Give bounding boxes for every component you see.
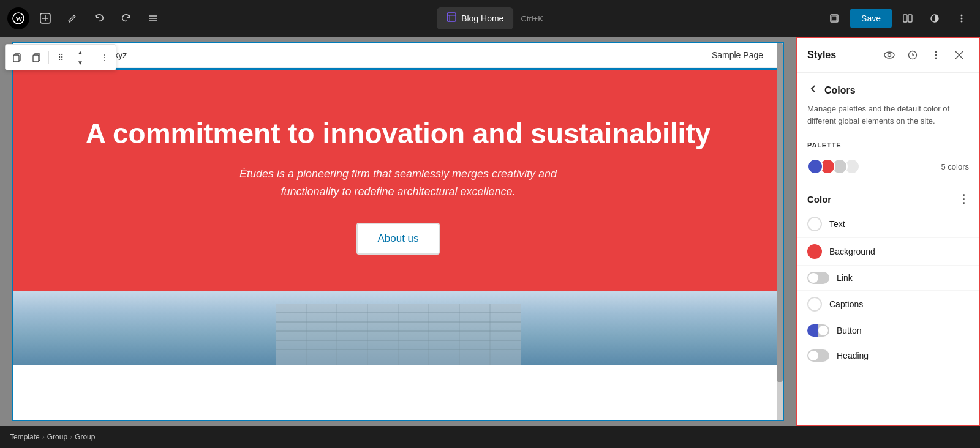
- block-toolbar: ⠿ ▲ ▼ ⋮: [5, 44, 116, 70]
- block-more-button[interactable]: ⋮: [95, 48, 113, 67]
- heading-toggle-indicator: [807, 349, 829, 362]
- captions-color-indicator: [807, 297, 822, 312]
- page-link[interactable]: Sample Page: [712, 50, 763, 60]
- link-toggle-indicator: [807, 272, 829, 284]
- hero-subtitle: Études is a pioneering firm that seamles…: [214, 165, 582, 201]
- color-section-more-button[interactable]: ⋮: [958, 192, 969, 206]
- scrollbar[interactable]: [777, 43, 783, 420]
- link-color-label: Link: [837, 273, 853, 283]
- history-icon-button[interactable]: [903, 45, 922, 65]
- svg-rect-23: [33, 55, 39, 62]
- palette-label: PALETTE: [797, 136, 979, 151]
- dark-mode-button[interactable]: [924, 7, 946, 29]
- toolbar-divider-2: [92, 51, 92, 64]
- editor-area: ⠿ ▲ ▼ ⋮ ning-bb7c24.instawp.xyz Sample P…: [0, 37, 796, 426]
- main-area: ⠿ ▲ ▼ ⋮ ning-bb7c24.instawp.xyz Sample P…: [0, 37, 980, 426]
- back-button[interactable]: [807, 83, 820, 98]
- redo-button[interactable]: [115, 7, 137, 29]
- text-color-label: Text: [829, 219, 845, 229]
- breadcrumb-sep-2: ›: [70, 433, 72, 441]
- template-icon: [447, 12, 456, 24]
- split-view-button[interactable]: [897, 7, 919, 29]
- color-item-text[interactable]: Text: [797, 211, 979, 238]
- breadcrumb: Template › Group › Group: [0, 426, 980, 448]
- top-toolbar: W: [0, 0, 980, 37]
- svg-rect-21: [13, 55, 19, 62]
- add-block-button[interactable]: [34, 7, 56, 29]
- svg-point-41: [935, 54, 937, 56]
- color-item-background[interactable]: Background: [797, 238, 979, 266]
- breadcrumb-item-template[interactable]: Template: [10, 433, 40, 441]
- swatch-blue: [807, 159, 823, 174]
- svg-point-42: [935, 58, 937, 59]
- view-button[interactable]: [823, 7, 845, 29]
- svg-rect-9: [447, 13, 456, 21]
- panel-header: Styles: [797, 38, 979, 73]
- svg-point-40: [935, 51, 937, 53]
- heading-color-label: Heading: [837, 351, 869, 360]
- color-item-link[interactable]: Link: [797, 266, 979, 291]
- color-item-heading[interactable]: Heading: [797, 343, 979, 368]
- svg-point-38: [888, 54, 891, 57]
- color-item-captions[interactable]: Captions: [797, 291, 979, 318]
- breadcrumb-sep-1: ›: [42, 433, 45, 441]
- svg-rect-15: [908, 15, 912, 22]
- color-item-button[interactable]: Button: [797, 318, 979, 343]
- toolbar-center: Blog Home Ctrl+K: [437, 7, 543, 29]
- blog-home-button[interactable]: Blog Home: [437, 7, 513, 29]
- palette-row[interactable]: 5 colors: [797, 151, 979, 182]
- move-down-button[interactable]: ▼: [71, 58, 89, 67]
- panel-more-button[interactable]: [926, 45, 946, 65]
- move-up-button[interactable]: ▲: [71, 47, 89, 57]
- svg-point-17: [961, 15, 963, 17]
- keyboard-shortcut: Ctrl+K: [521, 14, 543, 23]
- svg-point-37: [884, 52, 894, 58]
- palette-count: 5 colors: [941, 162, 969, 171]
- toolbar-right: Save: [823, 7, 973, 29]
- captions-color-label: Captions: [829, 299, 863, 309]
- panel-title: Styles: [807, 50, 836, 61]
- hero-section: A commitment to innovation and sustainab…: [13, 68, 783, 291]
- close-panel-button[interactable]: [949, 45, 969, 65]
- pen-tool-button[interactable]: [61, 7, 83, 29]
- svg-rect-14: [903, 15, 907, 22]
- background-color-indicator: [807, 244, 822, 259]
- svg-text:W: W: [15, 15, 23, 23]
- palette-swatches: [807, 159, 860, 174]
- more-options-button[interactable]: [951, 7, 973, 29]
- blog-home-label: Blog Home: [461, 13, 503, 23]
- colors-description: Manage palettes and the default color of…: [797, 103, 979, 136]
- styles-panel: Styles: [796, 37, 980, 426]
- text-color-indicator: [807, 217, 822, 231]
- colors-header: Colors: [797, 73, 979, 103]
- scrollbar-thumb[interactable]: [777, 43, 783, 382]
- color-section-title-text: Color: [807, 194, 831, 204]
- toolbar-divider: [48, 51, 49, 64]
- site-nav: ning-bb7c24.instawp.xyz Sample Page: [13, 43, 783, 68]
- svg-point-19: [961, 21, 963, 23]
- building-image: [13, 291, 783, 365]
- button-color-label: Button: [837, 326, 861, 335]
- save-button[interactable]: Save: [850, 9, 892, 28]
- canvas-wrapper: ning-bb7c24.instawp.xyz Sample Page A co…: [12, 42, 784, 421]
- eye-icon-button[interactable]: [880, 45, 899, 65]
- colors-section-title: Colors: [824, 85, 856, 96]
- breadcrumb-item-group1[interactable]: Group: [47, 433, 67, 441]
- drag-handle[interactable]: ⠿: [51, 48, 70, 67]
- button-toggle-indicator: [807, 324, 829, 337]
- color-section-header: Color ⋮: [797, 182, 979, 211]
- building-illustration: [13, 291, 783, 365]
- duplicate-block-button[interactable]: [28, 48, 46, 67]
- list-view-button[interactable]: [142, 7, 164, 29]
- copy-block-button[interactable]: [8, 48, 26, 67]
- wp-logo[interactable]: W: [7, 7, 29, 29]
- panel-header-icons: [880, 45, 969, 65]
- breadcrumb-item-group2[interactable]: Group: [75, 433, 95, 441]
- undo-button[interactable]: [88, 7, 110, 29]
- about-us-button[interactable]: About us: [356, 223, 439, 255]
- svg-rect-13: [832, 16, 837, 21]
- svg-point-18: [961, 18, 963, 20]
- hero-title: A commitment to innovation and sustainab…: [38, 117, 758, 151]
- background-color-label: Background: [829, 247, 875, 256]
